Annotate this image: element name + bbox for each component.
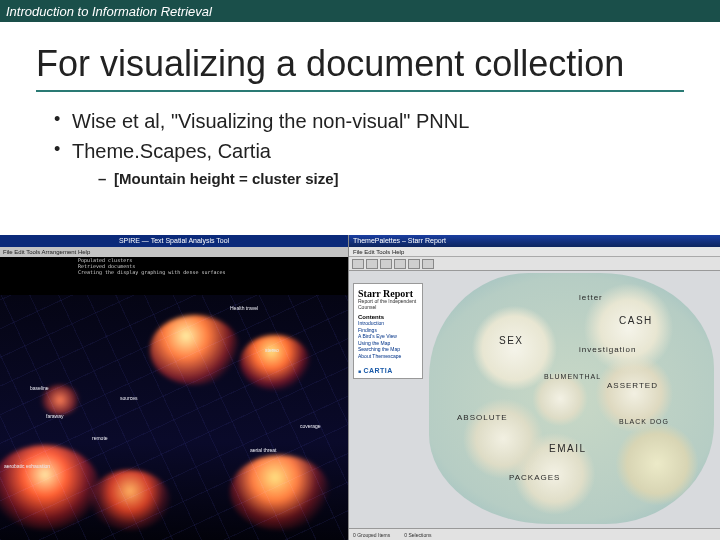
bullet-list: Wise et al, "Visualizing the non-visual"… [36, 106, 684, 189]
spire-visualization: SPIRE — Text Spatial Analysis Tool File … [0, 235, 348, 540]
sub-bullet-list: [Mountain height = cluster size] [72, 168, 684, 189]
map-label: CASH [619, 315, 653, 326]
contents-link[interactable]: About Themescape [358, 353, 418, 360]
spire-menu-bar: File Edit Tools Arrangement Help [0, 247, 348, 257]
terrain-peak [240, 335, 310, 390]
cartia-window-title: ThemePalettes – Starr Report [349, 235, 720, 247]
terrain-label: sources [120, 395, 138, 401]
terrain-label: aerobatic exhaustion [4, 463, 50, 469]
report-subtitle: Report of the Independent Counsel [358, 299, 418, 310]
terrain-peak [230, 455, 330, 530]
course-header-label: Introduction to Information Retrieval [0, 4, 212, 19]
bullet-2: Theme.Scapes, Cartia [Mountain height = … [54, 136, 684, 189]
toolbar-button[interactable] [394, 259, 406, 269]
terrain-label: baseline [30, 385, 49, 391]
spire-window-title: SPIRE — Text Spatial Analysis Tool [0, 235, 348, 247]
terrain-label: stereo [265, 347, 279, 353]
cartia-menu-bar: File Edit Tools Help [349, 247, 720, 257]
terrain-label: coverage [300, 423, 321, 429]
toolbar-button[interactable] [352, 259, 364, 269]
body-area: Wise et al, "Visualizing the non-visual"… [0, 96, 720, 189]
cartia-side-panel: Starr Report Report of the Independent C… [353, 283, 423, 379]
map-label: investigation [579, 345, 636, 354]
themescape-map: letter CASH SEX investigation BLUMENTHAL… [429, 273, 714, 524]
course-header-bar: Introduction to Information Retrieval [0, 0, 720, 22]
bullet-1: Wise et al, "Visualizing the non-visual"… [54, 106, 684, 136]
cartia-toolbar [349, 257, 720, 271]
bullet-2-text: Theme.Scapes, Cartia [72, 140, 271, 162]
terrain-peak [150, 315, 240, 385]
slide-title: For visualizing a document collection [36, 44, 684, 92]
terrain-label: faraway [46, 413, 64, 419]
sub-bullet-1: [Mountain height = cluster size] [98, 168, 684, 189]
terrain-label: aerial threat [250, 447, 276, 453]
map-label: BLUMENTHAL [544, 373, 601, 380]
map-label: ABSOLUTE [457, 413, 508, 422]
map-label: ASSERTED [607, 381, 658, 390]
title-area: For visualizing a document collection [0, 22, 720, 96]
status-selections: 0 Selections [404, 532, 431, 538]
toolbar-button[interactable] [366, 259, 378, 269]
terrain-label: Health travel [230, 305, 258, 311]
cartia-visualization: ThemePalettes – Starr Report File Edit T… [348, 235, 720, 540]
spire-log-text: Populated clusters Retrieved documents C… [78, 257, 226, 275]
map-label: letter [579, 293, 603, 302]
terrain-label: remote [92, 435, 108, 441]
spire-terrain: Health travel stereo baseline faraway ae… [0, 295, 348, 540]
map-label: PACKAGES [509, 473, 560, 482]
toolbar-button[interactable] [380, 259, 392, 269]
map-label: EMAIL [549, 443, 587, 454]
toolbar-button[interactable] [422, 259, 434, 269]
terrain-peak [90, 470, 170, 530]
cartia-brand: CARTIA [358, 367, 418, 374]
map-label: BLACK DOG [619, 418, 669, 425]
figures-row: SPIRE — Text Spatial Analysis Tool File … [0, 235, 720, 540]
cartia-status-bar: 0 Grouped Items 0 Selections [349, 528, 720, 540]
toolbar-button[interactable] [408, 259, 420, 269]
map-label: SEX [499, 335, 524, 346]
status-grouped: 0 Grouped Items [353, 532, 390, 538]
